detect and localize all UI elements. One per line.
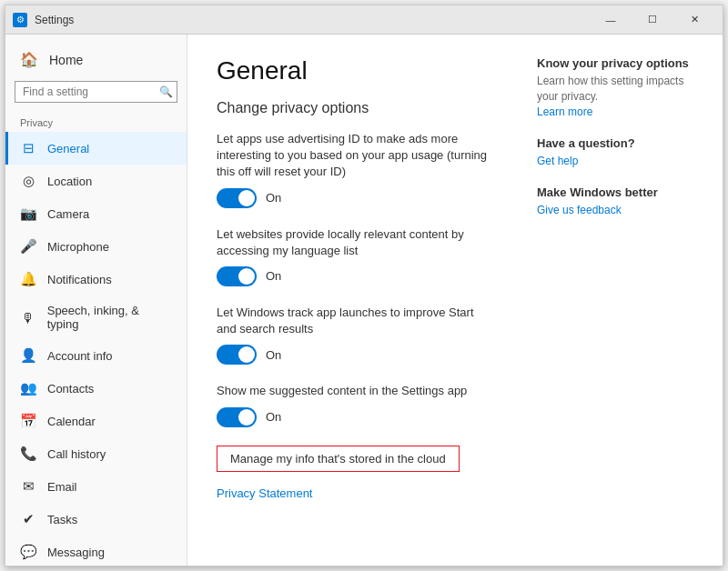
option-suggested-content: Show me suggested content in the Setting… <box>217 383 493 426</box>
suggested-content-toggle[interactable] <box>217 407 257 427</box>
microphone-icon: 🎤 <box>20 238 36 255</box>
email-icon: ✉ <box>20 478 36 495</box>
close-button[interactable]: ✕ <box>673 5 715 35</box>
option-desc: Let websites provide locally relevant co… <box>217 226 493 259</box>
option-desc: Let apps use advertising ID to make ads … <box>217 131 493 181</box>
main-content: General Change privacy options Let apps … <box>187 35 522 566</box>
home-icon: 🏠 <box>20 51 38 68</box>
search-icon: 🔍 <box>159 85 173 98</box>
search-box[interactable]: 🔍 <box>15 81 177 103</box>
account-icon: 👤 <box>20 347 36 364</box>
sidebar-item-contacts[interactable]: 👥 Contacts <box>5 372 187 405</box>
manage-cloud-button[interactable]: Manage my info that's stored in the clou… <box>217 446 460 472</box>
window-controls: — ☐ ✕ <box>590 5 715 35</box>
location-icon: ◎ <box>20 173 36 189</box>
right-panel-make-better: Make Windows better Give us feedback <box>537 185 708 216</box>
contacts-icon: 👥 <box>20 380 36 396</box>
get-help-link[interactable]: Get help <box>537 155 578 167</box>
sidebar-item-microphone[interactable]: 🎤 Microphone <box>5 230 187 263</box>
section-title: Change privacy options <box>217 100 493 116</box>
feedback-link[interactable]: Give us feedback <box>537 204 622 216</box>
toggle-label: On <box>266 191 281 205</box>
sidebar-item-label: Speech, inking, & typing <box>47 304 172 331</box>
sidebar-item-label: Notifications <box>47 273 112 286</box>
option-advertising-id: Let apps use advertising ID to make ads … <box>217 131 493 208</box>
right-panel-title: Have a question? <box>537 136 708 150</box>
privacy-statement-link[interactable]: Privacy Statement <box>217 486 493 500</box>
sidebar-item-label: Account info <box>47 349 113 363</box>
general-icon: ⊟ <box>20 140 36 156</box>
maximize-button[interactable]: ☐ <box>632 5 673 35</box>
app-launches-toggle[interactable] <box>217 345 257 365</box>
search-input[interactable] <box>23 85 159 98</box>
callhistory-icon: 📞 <box>20 446 36 462</box>
sidebar-item-label: Call history <box>47 447 106 461</box>
calendar-icon: 📅 <box>20 413 36 429</box>
minimize-button[interactable]: — <box>590 5 632 35</box>
right-panel-title: Make Windows better <box>537 185 708 199</box>
sidebar-item-label: Email <box>47 480 77 494</box>
toggle-label: On <box>266 269 281 283</box>
sidebar-item-email[interactable]: ✉ Email <box>5 470 187 503</box>
toggle-row: On <box>217 188 493 208</box>
right-panel-title: Know your privacy options <box>537 56 708 70</box>
language-list-toggle[interactable] <box>217 266 257 286</box>
notifications-icon: 🔔 <box>20 271 36 287</box>
sidebar-item-messaging[interactable]: 💬 Messaging <box>5 536 187 566</box>
sidebar-item-label: Microphone <box>47 240 109 254</box>
window-title: Settings <box>35 14 590 26</box>
sidebar-item-label: General <box>47 142 89 155</box>
toggle-label: On <box>266 410 281 424</box>
tasks-icon: ✔ <box>20 511 36 527</box>
page-title: General <box>217 56 493 85</box>
messaging-icon: 💬 <box>20 544 36 560</box>
sidebar: 🏠 Home 🔍 Privacy ⊟ General ◎ Location 📷 … <box>5 35 187 566</box>
sidebar-item-callhistory[interactable]: 📞 Call history <box>5 437 187 470</box>
right-panel-privacy-options: Know your privacy options Learn how this… <box>537 56 708 118</box>
sidebar-item-label: Messaging <box>47 546 105 559</box>
option-desc: Let Windows track app launches to improv… <box>217 305 493 337</box>
sidebar-item-label: Contacts <box>47 382 94 396</box>
sidebar-item-calendar[interactable]: 📅 Calendar <box>5 405 187 437</box>
option-app-launches: Let Windows track app launches to improv… <box>217 305 493 365</box>
right-panel-have-question: Have a question? Get help <box>537 136 708 167</box>
toggle-row: On <box>217 345 493 365</box>
toggle-row: On <box>217 266 493 286</box>
right-panel-desc: Learn how this setting impacts your priv… <box>537 74 708 105</box>
right-panel: Know your privacy options Learn how this… <box>522 35 723 566</box>
window-content: 🏠 Home 🔍 Privacy ⊟ General ◎ Location 📷 … <box>5 35 723 566</box>
speech-icon: 🎙 <box>20 310 36 326</box>
settings-window: ⚙ Settings — ☐ ✕ 🏠 Home 🔍 Privacy ⊟ Gene… <box>5 5 723 566</box>
sidebar-item-general[interactable]: ⊟ General <box>5 132 187 165</box>
home-label: Home <box>49 53 83 67</box>
title-bar: ⚙ Settings — ☐ ✕ <box>5 5 723 35</box>
sidebar-item-notifications[interactable]: 🔔 Notifications <box>5 263 187 296</box>
toggle-label: On <box>266 348 281 362</box>
sidebar-item-label: Camera <box>47 207 89 221</box>
camera-icon: 📷 <box>20 205 36 222</box>
sidebar-item-tasks[interactable]: ✔ Tasks <box>5 503 187 536</box>
sidebar-item-account[interactable]: 👤 Account info <box>5 339 187 372</box>
sidebar-item-label: Calendar <box>47 415 96 428</box>
advertising-id-toggle[interactable] <box>217 188 257 208</box>
learn-more-link[interactable]: Learn more <box>537 105 592 118</box>
toggle-row: On <box>217 407 493 427</box>
sidebar-item-camera[interactable]: 📷 Camera <box>5 197 187 230</box>
sidebar-item-label: Location <box>47 175 92 188</box>
option-language-list: Let websites provide locally relevant co… <box>217 226 493 286</box>
sidebar-item-speech[interactable]: 🎙 Speech, inking, & typing <box>5 296 187 339</box>
sidebar-item-location[interactable]: ◎ Location <box>5 165 187 197</box>
option-desc: Show me suggested content in the Setting… <box>217 383 493 399</box>
sidebar-item-label: Tasks <box>47 513 77 526</box>
privacy-section-label: Privacy <box>5 114 187 132</box>
app-icon: ⚙ <box>13 13 27 27</box>
sidebar-item-home[interactable]: 🏠 Home <box>5 42 187 77</box>
